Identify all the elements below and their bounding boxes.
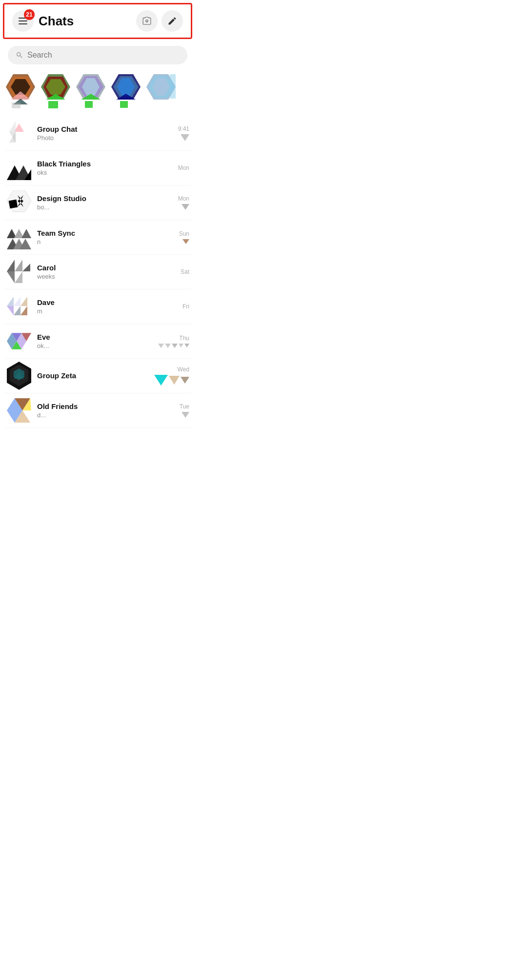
chat-time: Thu bbox=[179, 335, 189, 342]
svg-marker-42 bbox=[21, 229, 31, 238]
chat-info: Dave m bbox=[32, 298, 182, 315]
svg-rect-15 bbox=[85, 101, 93, 108]
svg-marker-46 bbox=[15, 260, 22, 271]
chat-meta: Mon bbox=[178, 164, 189, 171]
compose-button[interactable] bbox=[162, 10, 183, 32]
chat-message: Photo bbox=[37, 134, 173, 142]
story-avatar-4 bbox=[111, 74, 141, 108]
chat-info: Group Chat Photo bbox=[32, 125, 178, 142]
chat-name: Team Sync bbox=[37, 229, 174, 237]
svg-marker-36 bbox=[182, 204, 189, 210]
chat-name: Black Triangles bbox=[37, 160, 173, 168]
story-item[interactable] bbox=[6, 74, 35, 108]
svg-marker-49 bbox=[7, 297, 14, 306]
chat-message: n bbox=[37, 238, 174, 245]
svg-marker-48 bbox=[22, 264, 30, 271]
story-item[interactable] bbox=[76, 74, 105, 108]
svg-marker-52 bbox=[14, 306, 20, 315]
avatar bbox=[6, 397, 32, 424]
chat-meta: Sun bbox=[179, 230, 189, 244]
chat-meta: Sat bbox=[181, 268, 189, 275]
avatar bbox=[6, 328, 32, 354]
chat-time: Fri bbox=[182, 303, 189, 310]
svg-marker-64 bbox=[184, 344, 189, 347]
page-title: Chats bbox=[39, 14, 74, 29]
chat-time: Tue bbox=[180, 403, 189, 410]
story-avatar-1 bbox=[6, 74, 35, 108]
story-item[interactable] bbox=[111, 74, 141, 108]
chat-name: Eve bbox=[37, 333, 153, 341]
chat-list: Group Chat Photo 9:41 Black Triangles ok… bbox=[0, 116, 195, 428]
svg-marker-26 bbox=[9, 121, 16, 132]
chat-meta: 9:41 bbox=[178, 125, 189, 141]
chat-meta: Mon bbox=[178, 195, 189, 210]
story-item[interactable] bbox=[146, 74, 176, 108]
camera-button[interactable] bbox=[136, 10, 158, 32]
svg-rect-5 bbox=[12, 102, 20, 108]
svg-marker-29 bbox=[181, 134, 189, 141]
svg-marker-71 bbox=[181, 377, 189, 384]
svg-marker-76 bbox=[182, 412, 189, 418]
svg-marker-47 bbox=[15, 271, 22, 283]
svg-marker-50 bbox=[7, 306, 14, 315]
chat-info: Eve ok... bbox=[32, 333, 158, 349]
chat-meta: Thu bbox=[158, 335, 189, 348]
chat-item[interactable]: Carol weeks Sat bbox=[4, 255, 191, 289]
chat-item[interactable]: Eve ok... Thu bbox=[4, 324, 191, 359]
chat-name: Design Studio bbox=[37, 194, 173, 203]
svg-rect-10 bbox=[48, 101, 58, 108]
chat-message: weeks bbox=[37, 273, 176, 280]
svg-rect-34 bbox=[9, 200, 18, 209]
status-indicator bbox=[182, 239, 189, 244]
chat-item[interactable]: Design Studio bo... Mon bbox=[4, 185, 191, 220]
chat-message: ok... bbox=[37, 342, 153, 349]
search-icon bbox=[16, 51, 23, 59]
chat-info: Old Friends d... bbox=[32, 402, 180, 419]
svg-marker-53 bbox=[20, 297, 27, 306]
svg-rect-20 bbox=[120, 101, 128, 108]
svg-marker-43 bbox=[182, 239, 189, 244]
chat-item[interactable]: Old Friends d... Tue bbox=[4, 393, 191, 428]
chat-item[interactable]: Team Sync n Sun bbox=[4, 220, 191, 255]
chat-message: bo... bbox=[37, 204, 173, 211]
search-input[interactable] bbox=[27, 51, 180, 60]
svg-marker-69 bbox=[154, 375, 168, 386]
story-avatar-3 bbox=[76, 74, 105, 108]
status-icon bbox=[181, 134, 189, 141]
header-left: 21 Chats bbox=[12, 10, 136, 32]
svg-marker-54 bbox=[20, 306, 27, 315]
svg-marker-63 bbox=[179, 344, 183, 347]
avatar bbox=[6, 259, 32, 285]
chat-meta: Fri bbox=[182, 303, 189, 310]
chat-item[interactable]: Black Triangles oks Mon bbox=[4, 151, 191, 185]
chat-item[interactable]: Group Zeta Wed bbox=[4, 359, 191, 393]
svg-marker-70 bbox=[169, 376, 180, 385]
header: 21 Chats bbox=[3, 3, 192, 39]
chat-info: Design Studio bo... bbox=[32, 194, 178, 211]
status-indicator bbox=[182, 412, 189, 418]
story-item[interactable] bbox=[41, 74, 70, 108]
menu-button[interactable]: 21 bbox=[12, 10, 34, 32]
chat-name: Old Friends bbox=[37, 402, 175, 410]
chat-time: Sun bbox=[179, 230, 189, 237]
chat-item[interactable]: Group Chat Photo 9:41 bbox=[4, 116, 191, 151]
chat-message: m bbox=[37, 307, 178, 315]
avatar bbox=[6, 293, 32, 320]
chat-name: Dave bbox=[37, 298, 178, 306]
chat-info: Carol weeks bbox=[32, 264, 181, 280]
chat-meta: Tue bbox=[180, 403, 189, 418]
svg-marker-61 bbox=[165, 344, 171, 348]
chat-info: Team Sync n bbox=[32, 229, 179, 245]
chat-name: Carol bbox=[37, 264, 176, 272]
stories-row bbox=[0, 70, 195, 116]
search-bar[interactable] bbox=[8, 46, 187, 64]
chat-meta: Wed bbox=[154, 366, 189, 386]
camera-icon bbox=[142, 16, 152, 26]
chat-item[interactable]: Dave m Fri bbox=[4, 289, 191, 324]
avatar bbox=[6, 189, 32, 216]
chat-time: Mon bbox=[178, 195, 189, 202]
avatar bbox=[6, 363, 32, 389]
notification-badge: 21 bbox=[24, 9, 35, 20]
status-indicator bbox=[182, 204, 189, 210]
chat-message: oks bbox=[37, 169, 173, 176]
